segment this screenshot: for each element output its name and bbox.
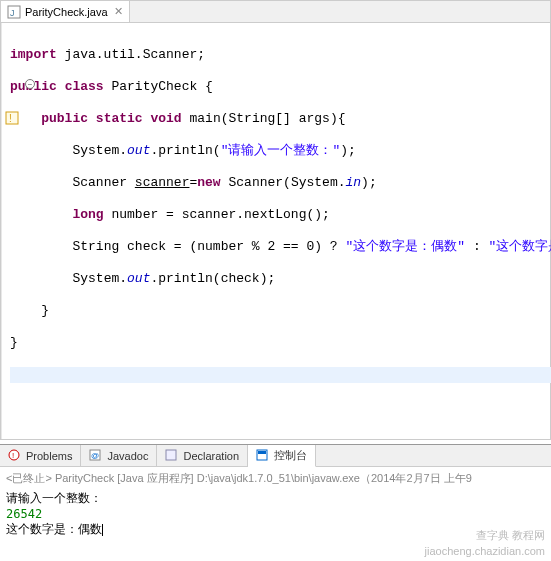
console-header: <已终止> ParityCheck [Java 应用程序] D:\java\jd… [6, 471, 545, 486]
problems-icon: ! [8, 449, 22, 463]
editor-area: J ParityCheck.java ✕ − ! import java.uti… [0, 0, 551, 440]
console-output[interactable]: <已终止> ParityCheck [Java 应用程序] D:\java\jd… [0, 467, 551, 542]
console-input-line: 26542 [6, 507, 545, 521]
javadoc-icon: @ [89, 449, 103, 463]
editor-tab-bar: J ParityCheck.java ✕ [1, 1, 550, 23]
code-editor[interactable]: − ! import java.util.Scanner; public cla… [1, 23, 550, 439]
svg-rect-10 [258, 451, 266, 454]
fold-icon[interactable]: − [25, 79, 35, 89]
tab-declaration[interactable]: Declaration [157, 445, 248, 466]
tab-console[interactable]: 控制台 [248, 445, 316, 467]
java-file-icon: J [7, 5, 21, 19]
bottom-panel: ! Problems @ Javadoc Declaration 控制台 <已终… [0, 444, 551, 542]
close-icon[interactable]: ✕ [114, 5, 123, 18]
svg-text:!: ! [12, 451, 14, 460]
svg-text:J: J [10, 8, 15, 18]
gutter: − ! [1, 23, 2, 439]
editor-tab[interactable]: J ParityCheck.java ✕ [1, 1, 130, 22]
warning-icon: ! [5, 111, 19, 125]
console-output-line: 这个数字是：偶数 [6, 521, 545, 538]
console-prompt-line: 请输入一个整数： [6, 490, 545, 507]
svg-text:@: @ [91, 451, 99, 460]
bottom-tab-bar: ! Problems @ Javadoc Declaration 控制台 [0, 445, 551, 467]
svg-text:!: ! [9, 113, 12, 124]
watermark-url: jiaocheng.chazidian.com [425, 545, 545, 557]
declaration-icon [165, 449, 179, 463]
current-line-highlight [10, 367, 551, 383]
console-icon [256, 449, 270, 463]
svg-rect-2 [6, 112, 18, 124]
tab-javadoc[interactable]: @ Javadoc [81, 445, 157, 466]
tab-problems[interactable]: ! Problems [0, 445, 81, 466]
tab-filename: ParityCheck.java [25, 6, 108, 18]
cursor [102, 524, 103, 536]
svg-rect-8 [166, 450, 176, 460]
code-content[interactable]: import java.util.Scanner; public class P… [2, 23, 551, 439]
